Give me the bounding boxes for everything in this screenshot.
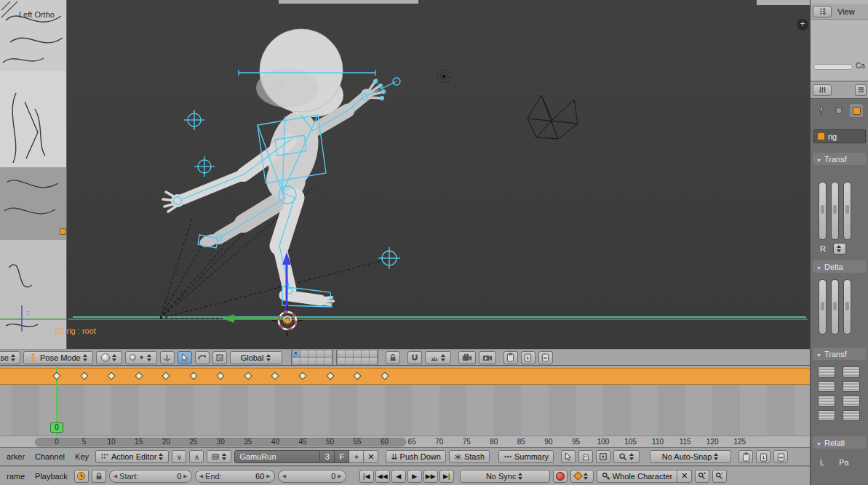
bone-control-circle[interactable]	[184, 110, 204, 130]
outliner-scrollbar[interactable]	[813, 64, 853, 70]
browse-action-dropdown[interactable]	[207, 450, 231, 463]
playback-menu[interactable]: Playback	[31, 472, 71, 481]
region-expand-button[interactable]: +	[797, 19, 808, 31]
layer-toggle[interactable]	[354, 358, 361, 364]
panel-delta-transform[interactable]: Delta	[813, 260, 867, 273]
layer-toggle[interactable]	[370, 350, 377, 357]
3d-viewport[interactable]: z	[0, 0, 810, 349]
pivot-center-dropdown[interactable]	[125, 351, 157, 364]
decrement-arrow-icon[interactable]: ◀	[114, 473, 117, 479]
previous-keyframe-button[interactable]: ◀◀	[375, 470, 390, 483]
clear-keying-set-button[interactable]: ✕	[677, 470, 692, 483]
channel-menu[interactable]: Channel	[31, 452, 68, 461]
layer-toggle[interactable]	[354, 350, 361, 357]
decrement-arrow-icon[interactable]: ◀	[199, 473, 203, 479]
value-slider[interactable]	[819, 279, 827, 334]
paste-flipped-keyframes-button[interactable]	[773, 450, 788, 463]
bone-control-circle[interactable]	[194, 156, 215, 177]
transform-lock-toggle[interactable]	[818, 381, 835, 392]
only-selected-filter-button[interactable]	[561, 450, 576, 463]
empty-object[interactable]	[437, 70, 450, 83]
jump-to-end-button[interactable]: ▶|	[439, 470, 454, 483]
bone-control-circle[interactable]	[378, 247, 400, 269]
active-keying-set-field[interactable]: Whole Character	[597, 470, 678, 483]
preview-range-button[interactable]	[74, 470, 89, 483]
key-menu[interactable]: Key	[71, 452, 92, 461]
auto-keyframe-button[interactable]	[553, 470, 568, 483]
delete-keyframes-button[interactable]	[712, 470, 727, 483]
frame-menu-truncated[interactable]: rame	[3, 472, 28, 481]
show-hidden-filter-button[interactable]	[578, 450, 593, 463]
snap-toggle-button[interactable]	[407, 351, 422, 364]
image-strip-handle[interactable]	[60, 228, 66, 235]
layer-toggle[interactable]	[300, 350, 308, 357]
layer-toggle[interactable]	[292, 350, 300, 357]
opengl-render-anim-button[interactable]	[479, 351, 496, 364]
action-name-field[interactable]: GamuRun	[234, 450, 320, 463]
transform-lock-toggle[interactable]	[818, 410, 835, 421]
lock-range-button[interactable]	[92, 470, 106, 483]
layer-toggle[interactable]	[308, 358, 316, 364]
tab-object-properties[interactable]	[832, 104, 845, 117]
layer-toggle[interactable]	[338, 350, 345, 357]
paste-keyframes-button[interactable]	[756, 450, 771, 463]
users-count-button[interactable]: 3	[320, 450, 335, 463]
value-slider[interactable]	[843, 279, 851, 334]
outliner-editor-type-dropdown[interactable]	[813, 6, 832, 17]
transform-lock-toggle[interactable]	[818, 366, 835, 377]
sync-mode-dropdown[interactable]: No Sync	[460, 470, 550, 483]
errors-filter-button[interactable]	[596, 450, 610, 463]
copy-pose-button[interactable]	[503, 351, 518, 364]
current-frame-field[interactable]: ◀ 0 ▶	[278, 470, 346, 483]
jump-to-start-button[interactable]: |◀	[359, 470, 374, 483]
keying-set-dropdown[interactable]	[570, 470, 594, 483]
play-button[interactable]: ▶	[407, 470, 422, 483]
layer-toggle[interactable]	[324, 350, 332, 357]
fake-user-button[interactable]: F	[335, 450, 349, 463]
layer-toggle[interactable]	[292, 358, 300, 364]
transform-orientation-dropdown[interactable]: Global	[230, 351, 282, 364]
timeline-ruler[interactable]: 0510152025303540455055606570758085909510…	[0, 436, 810, 447]
layer-toggle[interactable]	[316, 350, 324, 357]
layer-toggle[interactable]	[362, 358, 369, 364]
panel-relations[interactable]: Relati	[813, 436, 867, 449]
layer-toggle[interactable]	[346, 350, 353, 357]
mode-select-dropdown[interactable]: Pose Mode	[23, 351, 93, 364]
3d-cursor[interactable]	[272, 305, 303, 336]
panel-transform[interactable]: Transf	[813, 153, 867, 165]
new-action-button[interactable]: +	[349, 450, 364, 463]
chevron-up-button[interactable]	[189, 450, 204, 463]
start-frame-field[interactable]: ◀ Start: 0 ▶	[109, 470, 192, 483]
transform-lock-toggle[interactable]	[843, 396, 860, 406]
layer-toggle[interactable]	[346, 358, 353, 364]
increment-arrow-icon[interactable]: ▶	[266, 473, 270, 479]
layer-toggle[interactable]	[316, 358, 324, 364]
paste-pose-button[interactable]	[521, 351, 535, 364]
transform-lock-toggle[interactable]	[818, 396, 835, 406]
play-reverse-button[interactable]: ◀	[391, 470, 406, 483]
transform-lock-toggle[interactable]	[843, 381, 860, 392]
panel-transform-locks[interactable]: Transf	[813, 348, 867, 360]
rotation-mode-stepper[interactable]	[833, 243, 846, 254]
outliner-item-camera[interactable]: Ca	[856, 62, 865, 70]
transform-lock-toggle[interactable]	[843, 410, 860, 421]
dopesheet-editor[interactable]: 0 05101520253035404550556065707580859095…	[0, 366, 810, 447]
increment-arrow-icon[interactable]: ▶	[183, 473, 187, 479]
editor-type-menu-truncated[interactable]: se	[0, 351, 20, 364]
transform-lock-toggle[interactable]	[843, 366, 860, 377]
insert-keyframes-button[interactable]	[695, 470, 709, 483]
viewport-shading-dropdown[interactable]	[96, 351, 122, 364]
end-frame-field[interactable]: ◀ End: 60 ▶	[195, 470, 275, 483]
layer-toggle[interactable]	[338, 358, 345, 364]
summary-toggle[interactable]: Summary	[498, 450, 554, 463]
value-slider[interactable]	[819, 182, 827, 240]
search-filter-dropdown[interactable]	[613, 450, 640, 463]
auto-snap-dropdown[interactable]: No Auto-Snap	[650, 450, 731, 463]
value-slider[interactable]	[831, 182, 839, 240]
properties-options-button[interactable]	[855, 84, 867, 96]
paste-flipped-pose-button[interactable]	[538, 351, 553, 364]
rotate-manipulator-button[interactable]	[195, 351, 210, 364]
properties-editor-type-dropdown[interactable]	[813, 84, 832, 96]
increment-arrow-icon[interactable]: ▶	[338, 473, 341, 479]
push-down-button[interactable]: Push Down	[386, 450, 445, 463]
